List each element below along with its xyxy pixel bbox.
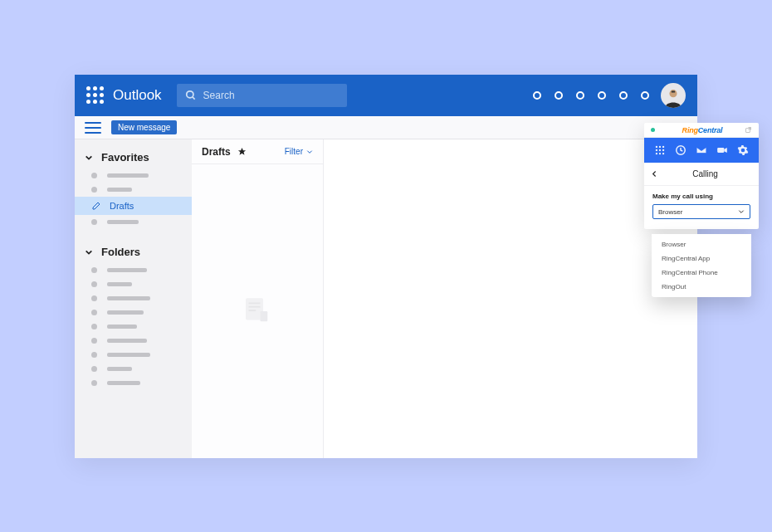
rc-tab-history[interactable] bbox=[674, 144, 687, 157]
rc-body: Make my call using Browser bbox=[644, 186, 759, 229]
rc-tab-messages[interactable] bbox=[695, 144, 708, 157]
sidebar-item[interactable] bbox=[75, 362, 192, 376]
favorites-label: Favorites bbox=[101, 151, 149, 164]
status-indicator-icon bbox=[651, 128, 655, 132]
svg-rect-3 bbox=[672, 90, 675, 92]
empty-state bbox=[192, 164, 323, 458]
body: Favorites Drafts Folders bbox=[75, 139, 697, 458]
rc-tabs bbox=[644, 138, 759, 163]
rc-title: Calling bbox=[658, 169, 752, 178]
sidebar-item-drafts[interactable]: Drafts bbox=[75, 197, 192, 215]
header: Outlook Search bbox=[75, 75, 697, 116]
svg-point-11 bbox=[655, 146, 657, 148]
svg-point-17 bbox=[655, 153, 657, 154]
reading-pane bbox=[324, 139, 697, 458]
sidebar-item[interactable] bbox=[75, 348, 192, 362]
sidebar-item[interactable] bbox=[75, 168, 192, 183]
header-action-6[interactable] bbox=[641, 91, 649, 100]
rc-option[interactable]: RingCentral Phone bbox=[652, 266, 751, 280]
svg-rect-6 bbox=[249, 306, 261, 308]
filter-button[interactable]: Filter bbox=[285, 147, 303, 156]
svg-point-14 bbox=[655, 149, 657, 151]
app-window: Outlook Search New message Favorites bbox=[75, 75, 697, 458]
app-launcher-icon[interactable] bbox=[86, 86, 105, 105]
app-name: Outlook bbox=[113, 87, 162, 104]
chevron-down-icon bbox=[85, 154, 93, 162]
chevron-down-icon bbox=[738, 208, 745, 215]
folders-header[interactable]: Folders bbox=[75, 241, 192, 263]
ringcentral-panel: RingCentral Calling Make my call using B… bbox=[644, 123, 759, 229]
svg-point-12 bbox=[658, 146, 660, 148]
sidebar-item[interactable] bbox=[75, 334, 192, 348]
message-list: Drafts Filter bbox=[192, 139, 324, 458]
chevron-down-icon bbox=[306, 149, 313, 155]
rc-tab-video[interactable] bbox=[716, 144, 729, 157]
svg-rect-8 bbox=[261, 311, 268, 321]
rc-select[interactable]: Browser bbox=[652, 204, 750, 219]
sidebar-item[interactable] bbox=[75, 263, 192, 277]
header-action-3[interactable] bbox=[576, 91, 584, 100]
new-message-button[interactable]: New message bbox=[111, 120, 177, 134]
ringcentral-logo: RingCentral bbox=[660, 126, 745, 134]
svg-point-18 bbox=[658, 153, 660, 154]
rc-tab-settings[interactable] bbox=[736, 144, 750, 157]
search-placeholder: Search bbox=[203, 90, 235, 101]
header-action-4[interactable] bbox=[598, 91, 606, 100]
header-action-5[interactable] bbox=[619, 91, 628, 100]
svg-rect-7 bbox=[249, 310, 257, 311]
svg-rect-21 bbox=[717, 148, 724, 153]
rc-option[interactable]: Browser bbox=[652, 237, 751, 251]
svg-point-16 bbox=[662, 149, 664, 151]
sidebar-item[interactable] bbox=[75, 320, 192, 334]
back-icon[interactable] bbox=[651, 170, 658, 178]
rc-option[interactable]: RingCentral App bbox=[652, 251, 751, 266]
rc-tab-dialpad[interactable] bbox=[653, 144, 667, 157]
rc-titlebar: RingCentral bbox=[644, 123, 759, 138]
menu-icon[interactable] bbox=[85, 122, 101, 134]
sidebar-item[interactable] bbox=[75, 376, 192, 390]
svg-point-19 bbox=[662, 153, 664, 154]
header-action-2[interactable] bbox=[555, 91, 563, 100]
favorites-header[interactable]: Favorites bbox=[75, 146, 192, 168]
rc-option[interactable]: RingOut bbox=[652, 280, 751, 294]
sidebar-item[interactable] bbox=[75, 183, 192, 197]
rc-screen-header: Calling bbox=[644, 163, 759, 186]
popout-icon[interactable] bbox=[745, 126, 752, 134]
rc-setting-label: Make my call using bbox=[652, 193, 750, 200]
search-icon bbox=[185, 90, 197, 101]
rc-select-value: Browser bbox=[658, 208, 738, 216]
folders-label: Folders bbox=[101, 246, 140, 258]
header-actions bbox=[533, 91, 649, 100]
search-input[interactable]: Search bbox=[177, 84, 347, 107]
svg-point-15 bbox=[658, 149, 660, 151]
list-title: Drafts bbox=[202, 146, 231, 158]
sidebar-item[interactable] bbox=[75, 215, 192, 229]
list-header: Drafts Filter bbox=[192, 139, 323, 164]
svg-point-13 bbox=[662, 146, 664, 148]
chevron-down-icon bbox=[85, 248, 93, 256]
sidebar-item[interactable] bbox=[75, 305, 192, 320]
svg-line-1 bbox=[192, 97, 194, 100]
sidebar-item[interactable] bbox=[75, 277, 192, 291]
sidebar-item[interactable] bbox=[75, 291, 192, 305]
drafts-label: Drafts bbox=[110, 201, 134, 211]
rc-dropdown: Browser RingCentral App RingCentral Phon… bbox=[652, 234, 751, 297]
empty-document-icon bbox=[240, 294, 275, 329]
svg-rect-5 bbox=[249, 303, 261, 305]
star-icon[interactable] bbox=[237, 147, 247, 156]
toolbar: New message bbox=[75, 116, 697, 139]
svg-point-0 bbox=[186, 91, 193, 98]
header-action-1[interactable] bbox=[533, 91, 541, 100]
sidebar: Favorites Drafts Folders bbox=[75, 139, 192, 458]
pencil-icon bbox=[91, 201, 101, 211]
avatar[interactable] bbox=[661, 83, 686, 108]
